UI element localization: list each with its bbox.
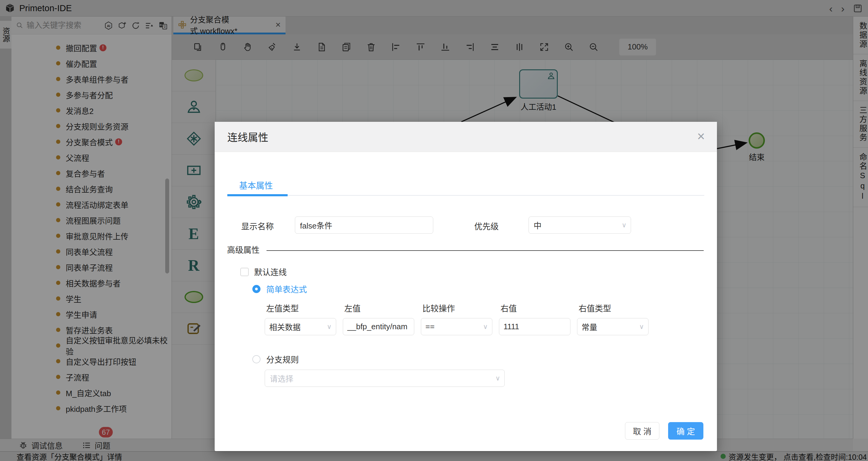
chevron-down-icon: ∨ xyxy=(483,323,488,331)
priority-value: 中 xyxy=(534,219,541,230)
expression-column-label: 右值类型 xyxy=(577,302,649,314)
expression-field-value: 相关数据 xyxy=(269,321,301,332)
simple-expression-row: 简单表达式 xyxy=(252,283,307,295)
expression-field[interactable]: 常量 ∨ xyxy=(577,318,649,335)
expression-column-label: 左值类型 xyxy=(265,302,336,314)
branch-rule-select[interactable]: 请选择 ∨ xyxy=(265,370,505,387)
expression-column-label: 比较操作 xyxy=(421,302,492,314)
expression-field[interactable]: 相关数据 ∨ xyxy=(265,318,336,335)
branch-rule-label[interactable]: 分支规则 xyxy=(266,354,299,365)
expression-row: 左值类型 相关数据 ∨ 左值 __bfp_entity/nam 比较操作 xyxy=(265,302,649,335)
default-line-checkbox[interactable] xyxy=(240,268,249,276)
chevron-down-icon: ∨ xyxy=(639,323,644,331)
advanced-divider xyxy=(267,250,704,251)
tab-active-underline xyxy=(227,194,288,196)
expression-field-value: __bfp_entity/nam xyxy=(347,322,407,331)
display-name-input[interactable] xyxy=(295,216,433,234)
expression-field[interactable]: 1111 xyxy=(499,318,570,335)
branch-rule-placeholder: 请选择 xyxy=(270,373,293,384)
expression-field-value: 1111 xyxy=(503,322,519,331)
expression-field[interactable]: __bfp_entity/nam xyxy=(343,318,414,335)
dialog-header: 连线属性 xyxy=(215,122,717,152)
branch-rule-radio[interactable] xyxy=(252,355,260,363)
expression-column: 比较操作 == ∨ xyxy=(421,302,492,335)
cancel-button[interactable]: 取 消 xyxy=(625,422,659,439)
expression-column: 右值 1111 xyxy=(499,302,570,335)
expression-column: 右值类型 常量 ∨ xyxy=(577,302,649,335)
advanced-section-label: 高级属性 xyxy=(227,244,259,255)
priority-label: 优先级 xyxy=(474,220,499,232)
line-properties-dialog: 连线属性 × 基本属性 显示名称 优先级 中 ∨ 高级属性 默认连线 简单表达式 xyxy=(215,122,717,451)
simple-expression-label[interactable]: 简单表达式 xyxy=(266,283,307,295)
expression-field-value: 常量 xyxy=(582,321,597,332)
dialog-close-icon[interactable]: × xyxy=(697,130,705,143)
chevron-down-icon: ∨ xyxy=(327,323,332,331)
tab-underline-track xyxy=(227,195,704,196)
branch-rule-row: 分支规则 xyxy=(252,354,299,365)
priority-select[interactable]: 中 ∨ xyxy=(529,216,631,234)
expression-column: 左值类型 相关数据 ∨ xyxy=(265,302,336,335)
expression-column-label: 右值 xyxy=(499,302,570,314)
confirm-button[interactable]: 确 定 xyxy=(668,422,703,439)
default-line-row: 默认连线 xyxy=(240,266,287,278)
simple-expression-radio[interactable] xyxy=(252,285,260,293)
primeton-ide-app: Primeton-IDE ‹ › 资源 xyxy=(0,0,868,461)
tab-basic-properties[interactable]: 基本属性 xyxy=(239,179,273,191)
name-priority-row: 显示名称 优先级 中 ∨ xyxy=(215,216,717,234)
chevron-down-icon: ∨ xyxy=(495,374,500,382)
expression-field[interactable]: == ∨ xyxy=(421,318,492,335)
expression-column: 左值 __bfp_entity/nam xyxy=(343,302,414,335)
chevron-down-icon: ∨ xyxy=(622,221,626,229)
default-line-label: 默认连线 xyxy=(254,266,287,278)
expression-column-label: 左值 xyxy=(343,302,414,314)
display-name-label: 显示名称 xyxy=(241,220,274,232)
dialog-title: 连线属性 xyxy=(227,129,268,144)
expression-field-value: == xyxy=(425,322,434,331)
dialog-footer: 取 消 确 定 xyxy=(215,422,717,439)
